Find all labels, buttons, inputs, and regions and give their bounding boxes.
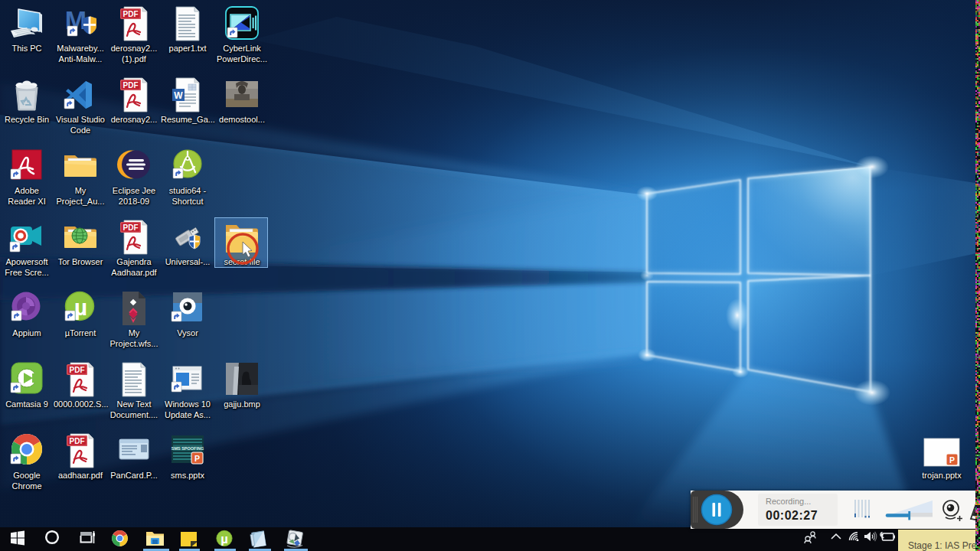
svg-text:SMS SPOOFING: SMS SPOOFING xyxy=(172,446,204,451)
svg-text:PDF: PDF xyxy=(123,10,139,18)
svg-text:µ: µ xyxy=(74,295,87,320)
svg-text:W: W xyxy=(174,90,183,101)
svg-text:P: P xyxy=(194,454,200,463)
svg-text:PDF: PDF xyxy=(123,81,139,90)
svg-text:PDF: PDF xyxy=(70,366,85,374)
svg-text:PDF: PDF xyxy=(123,223,139,232)
svg-text:P: P xyxy=(949,455,955,465)
svg-text:µ: µ xyxy=(220,532,228,546)
svg-text:PDF: PDF xyxy=(70,437,85,445)
